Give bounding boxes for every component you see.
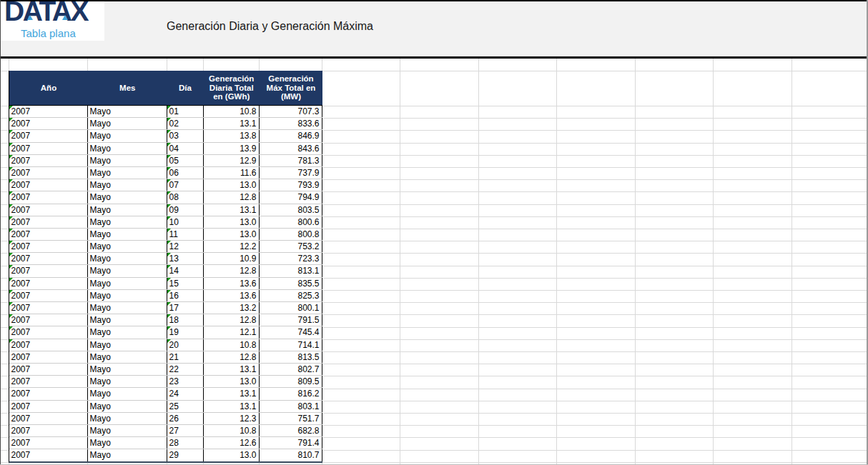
cell-mw[interactable]: 791.5 <box>260 314 322 326</box>
cell-month[interactable]: Mayo <box>88 106 167 117</box>
cell-month[interactable]: Mayo <box>88 204 167 216</box>
cell-mw[interactable]: 835.5 <box>260 278 322 289</box>
cell-mw[interactable]: 781.3 <box>260 155 322 166</box>
cell-month[interactable]: Mayo <box>88 241 167 252</box>
cell-mw[interactable]: 745.4 <box>260 326 322 338</box>
cell-day[interactable]: 03 <box>167 130 204 141</box>
cell-gwh[interactable]: 13.6 <box>204 290 260 301</box>
cell-day[interactable]: 06 <box>167 167 204 179</box>
cell-day[interactable]: 21 <box>167 351 204 363</box>
cell-day[interactable]: 11 <box>167 229 204 240</box>
cell-mw[interactable]: 707.3 <box>260 106 322 117</box>
cell-month[interactable]: Mayo <box>88 376 167 387</box>
cell-day[interactable]: 01 <box>167 106 204 117</box>
cell-day[interactable]: 26 <box>167 413 204 424</box>
cell-month[interactable]: Mayo <box>88 413 167 424</box>
cell-gwh[interactable]: 10.9 <box>204 253 260 264</box>
cell-mw[interactable]: 800.6 <box>260 216 322 228</box>
cell-month[interactable]: Mayo <box>88 302 167 314</box>
cell-gwh[interactable]: 12.1 <box>204 326 260 338</box>
cell-day[interactable]: 15 <box>167 278 204 289</box>
cell-gwh[interactable]: 12.2 <box>204 241 260 252</box>
cell-year[interactable]: 2007 <box>9 278 88 289</box>
cell-mw[interactable]: 737.9 <box>260 167 322 179</box>
cell-month[interactable]: Mayo <box>88 191 167 203</box>
cell-mw[interactable]: 813.5 <box>260 351 322 363</box>
cell-mw[interactable]: 753.2 <box>260 241 322 252</box>
column-header-mw[interactable]: Generación Máx Total en (MW) <box>260 71 322 105</box>
cell-day[interactable]: 10 <box>167 216 204 228</box>
cell-gwh[interactable]: 13.9 <box>204 143 260 154</box>
cell-year[interactable]: 2007 <box>9 143 88 154</box>
cell-month[interactable]: Mayo <box>88 425 167 436</box>
cell-day[interactable]: 24 <box>167 388 204 399</box>
cell-month[interactable]: Mayo <box>88 388 167 399</box>
cell-day[interactable]: 14 <box>167 265 204 276</box>
cell-day[interactable]: 17 <box>167 302 204 314</box>
cell-gwh[interactable]: 10.8 <box>204 339 260 351</box>
cell-gwh[interactable]: 13.1 <box>204 118 260 129</box>
cell-month[interactable]: Mayo <box>88 155 167 166</box>
cell-year[interactable]: 2007 <box>9 265 88 276</box>
cell-year[interactable]: 2007 <box>9 351 88 363</box>
cell-gwh[interactable]: 12.8 <box>204 314 260 326</box>
cell-month[interactable]: Mayo <box>88 143 167 154</box>
cell-gwh[interactable]: 13.1 <box>204 401 260 412</box>
cell-year[interactable]: 2007 <box>9 204 88 216</box>
cell-day[interactable]: 20 <box>167 339 204 351</box>
cell-month[interactable]: Mayo <box>88 130 167 141</box>
cell-day[interactable]: 04 <box>167 143 204 154</box>
cell-mw[interactable]: 846.9 <box>260 130 322 141</box>
cell-day[interactable]: 12 <box>167 241 204 252</box>
cell-gwh[interactable]: 10.8 <box>204 106 260 117</box>
cell-year[interactable]: 2007 <box>9 413 88 424</box>
cell-day[interactable]: 13 <box>167 253 204 264</box>
cell-month[interactable]: Mayo <box>88 253 167 264</box>
cell-year[interactable]: 2007 <box>9 314 88 326</box>
cell-year[interactable]: 2007 <box>9 229 88 240</box>
cell-year[interactable]: 2007 <box>9 191 88 203</box>
cell-year[interactable]: 2007 <box>9 118 88 129</box>
cell-year[interactable]: 2007 <box>9 364 88 375</box>
cell-month[interactable]: Mayo <box>88 216 167 228</box>
cell-gwh[interactable]: 12.9 <box>204 155 260 166</box>
cell-gwh[interactable]: 13.0 <box>204 449 260 461</box>
cell-month[interactable]: Mayo <box>88 118 167 129</box>
cell-year[interactable]: 2007 <box>9 388 88 399</box>
cell-month[interactable]: Mayo <box>88 401 167 412</box>
cell-gwh[interactable]: 13.8 <box>204 130 260 141</box>
cell-mw[interactable]: 800.8 <box>260 229 322 240</box>
cell-month[interactable]: Mayo <box>88 351 167 363</box>
column-header-mes[interactable]: Mes <box>88 71 167 105</box>
cell-mw[interactable]: 813.1 <box>260 265 322 276</box>
cell-year[interactable]: 2007 <box>9 376 88 387</box>
cell-day[interactable]: 07 <box>167 179 204 191</box>
cell-gwh[interactable]: 12.8 <box>204 351 260 363</box>
cell-day[interactable]: 16 <box>167 290 204 301</box>
cell-day[interactable]: 29 <box>167 449 204 461</box>
cell-year[interactable]: 2007 <box>9 425 88 436</box>
cell-day[interactable]: 09 <box>167 204 204 216</box>
cell-month[interactable]: Mayo <box>88 290 167 301</box>
cell-gwh[interactable]: 13.0 <box>204 216 260 228</box>
cell-day[interactable]: 22 <box>167 364 204 375</box>
cell-day[interactable]: 19 <box>167 326 204 338</box>
cell-year[interactable]: 2007 <box>9 167 88 179</box>
cell-year[interactable]: 2007 <box>9 302 88 314</box>
cell-year[interactable]: 2007 <box>9 339 88 351</box>
cell-year[interactable]: 2007 <box>9 179 88 191</box>
cell-year[interactable]: 2007 <box>9 437 88 449</box>
cell-gwh[interactable]: 10.8 <box>204 425 260 436</box>
cell-gwh[interactable]: 12.8 <box>204 265 260 276</box>
column-header-gwh[interactable]: Generación Diaria Total en (GWh) <box>204 71 260 105</box>
cell-gwh[interactable]: 13.1 <box>204 364 260 375</box>
cell-day[interactable]: 18 <box>167 314 204 326</box>
cell-mw[interactable]: 816.2 <box>260 388 322 399</box>
cell-gwh[interactable]: 13.0 <box>204 179 260 191</box>
cell-month[interactable]: Mayo <box>88 449 167 461</box>
cell-mw[interactable]: 833.6 <box>260 118 322 129</box>
cell-mw[interactable]: 802.7 <box>260 364 322 375</box>
cell-day[interactable]: 28 <box>167 437 204 449</box>
cell-month[interactable]: Mayo <box>88 339 167 351</box>
cell-mw[interactable]: 825.3 <box>260 290 322 301</box>
